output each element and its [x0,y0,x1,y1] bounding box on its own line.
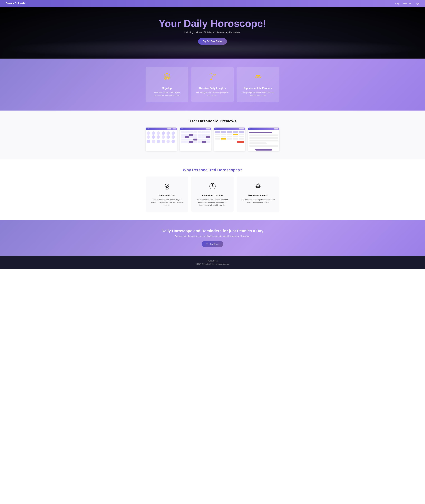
clock-icon [194,182,231,192]
why-card-exclusive: EXCLUSIVE Exclusive Events Stay informed… [237,176,279,212]
feature-title-update: Update as Life Evolves [241,87,275,90]
feature-card-signup: Sign Up Enter your details to unlock you… [146,67,188,102]
why-desc-exclusive: Stay informed about significant astrolog… [240,198,276,204]
svg-rect-3 [213,74,216,76]
nav-links: FAQs Free Trial Login [395,2,419,5]
nav-faqs[interactable]: FAQs [395,2,400,5]
dashboard-card-table[interactable] [214,128,245,151]
nav-free-trial[interactable]: Free Trial [403,2,411,5]
dashboard-card-calendar[interactable] [180,128,211,151]
eye-icon [241,73,275,85]
privacy-policy-link[interactable]: Privacy Policy [6,260,419,262]
why-desc-tailored: Your horoscope is as unique as you, prov… [149,198,185,207]
why-title-tailored: Tailored to You [149,194,185,197]
shield-check-icon [150,73,184,85]
dashboard-grid [146,128,279,151]
dashboard-section: User Dashboard Previews [0,111,425,160]
cta-button[interactable]: Try For Free [202,241,223,247]
feature-desc-insights: Get daily guidance tailored to your goal… [195,91,230,97]
hero-section: Your Daily Horoscope! Including Unlimite… [0,7,425,59]
svg-point-12 [165,184,169,188]
svg-point-8 [211,73,212,74]
why-title-realtime: Real-Time Updates [194,194,231,197]
feature-desc-update: Keep your profile up to date for real-ti… [241,91,275,97]
svg-point-11 [258,76,259,77]
features-section: Sign Up Enter your details to unlock you… [0,59,425,111]
feature-title-insights: Receive Daily Insights [195,87,230,90]
svg-point-9 [215,74,215,74]
dashboard-title: User Dashboard Previews [6,119,419,123]
site-logo[interactable]: CosmicGuideMe [6,2,25,5]
hero-subtitle: Including Unlimited Birthday and Anniver… [6,31,419,34]
why-desc-realtime: We provide real-time updates based on ce… [194,198,231,207]
why-title-exclusive: Exclusive Events [240,194,276,197]
feature-card-insights: Receive Daily Insights Get daily guidanc… [191,67,234,102]
hero-cta-button[interactable]: Try For Free Today [198,38,227,45]
hero-title: Your Daily Horoscope! [6,18,419,29]
svg-point-16 [212,186,213,187]
cta-section: Daily Horoscope and Reminders for just P… [0,220,425,256]
svg-text:EXCLUSIVE: EXCLUSIVE [255,186,261,187]
why-section: Why Personalized Horoscopes? Tailored to… [0,160,425,221]
features-grid: Sign Up Enter your details to unlock you… [146,67,279,102]
dashboard-card-zodiac[interactable] [146,128,177,151]
nav-login[interactable]: Login [415,2,419,5]
why-title: Why Personalized Horoscopes? [6,168,419,172]
telescope-icon [195,73,230,85]
footer: Privacy Policy © 2024 CosmicGuide.Me | A… [0,256,425,269]
exclusive-badge-icon: EXCLUSIVE [240,182,276,192]
feature-desc-signup: Enter your details to unlock your person… [150,91,184,97]
svg-marker-17 [255,183,261,188]
svg-line-4 [211,77,212,80]
navbar: CosmicGuideMe FAQs Free Trial Login [0,0,425,7]
copyright-text: © 2024 CosmicGuide.Me | All rights reser… [6,263,419,265]
achievement-icon [149,182,185,192]
dashboard-card-form[interactable] [248,128,279,151]
svg-point-7 [210,74,211,74]
feature-card-update: Update as Life Evolves Keep your profile… [237,67,279,102]
why-card-realtime: Real-Time Updates We provide real-time u… [191,176,234,212]
cta-subtitle: For less than the cost of one cup of cof… [6,235,419,237]
cta-title: Daily Horoscope and Reminders for just P… [6,229,419,233]
why-card-tailored: Tailored to You Your horoscope is as uni… [146,176,188,212]
why-grid: Tailored to You Your horoscope is as uni… [146,176,279,212]
feature-title-signup: Sign Up [150,87,184,90]
